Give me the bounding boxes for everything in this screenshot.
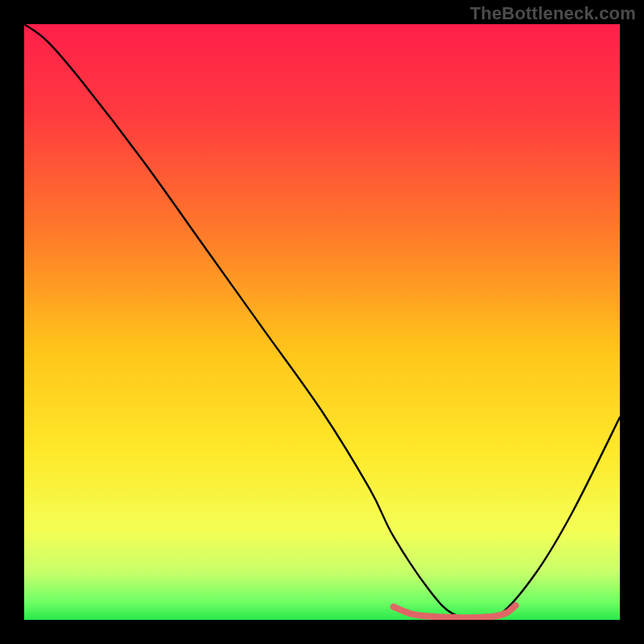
- chart-frame: TheBottleneck.com: [0, 0, 644, 644]
- chart-background: [24, 24, 620, 620]
- watermark-label: TheBottleneck.com: [470, 3, 636, 24]
- plot-area: [24, 24, 620, 620]
- bottleneck-chart: [24, 24, 620, 620]
